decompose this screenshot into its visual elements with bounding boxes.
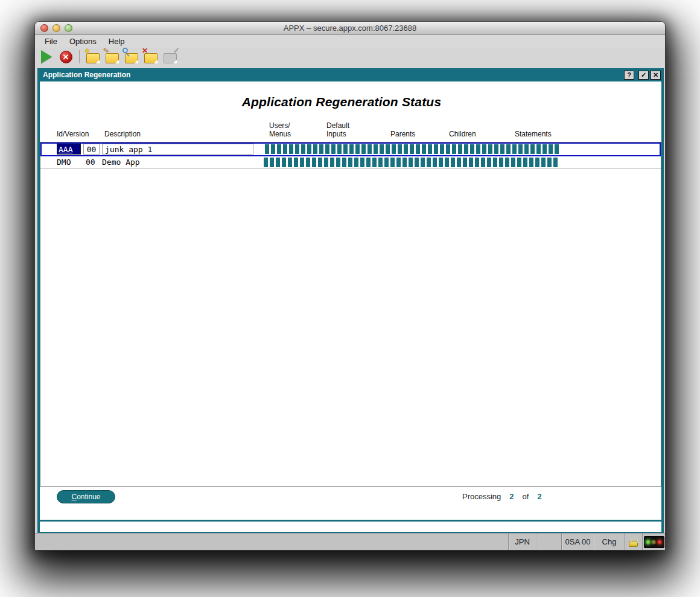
statusbar-led-cell [642,534,665,550]
zoom-window-icon[interactable] [65,24,72,32]
new-record-button[interactable]: ✶ [85,49,101,64]
magnifier-icon [122,48,128,53]
window-title: APPX – secure.appx.com:8067:23688 [35,24,665,33]
statusbar: JPN 0SA 00 Chg [35,533,665,550]
edit-record-button[interactable]: ✎ [104,49,120,64]
connection-indicator [644,536,664,548]
processing-label: Processing [462,492,501,501]
version-field[interactable]: 00 [83,144,100,155]
version-cell: 00 [86,158,95,167]
column-headers: Id/Version Description Users/Menus Defau… [40,117,661,141]
save-record-button-disabled: ✓ [162,49,178,64]
delete-record-button[interactable]: ✕ [143,49,159,64]
appx-titlebar-buttons: ? ✓ ✕ [624,71,661,80]
toolbar-separator [79,50,80,63]
statusbar-empty-cell [536,534,561,550]
appx-panel-titlebar: Application Regeneration ? ✓ ✕ [37,68,664,81]
cancel-button[interactable]: ✕ [58,49,74,64]
menu-options[interactable]: Options [65,36,101,47]
traffic-lights [40,24,72,32]
window-titlebar[interactable]: APPX – secure.appx.com:8067:23688 [35,22,665,35]
statusbar-lock-cell [624,534,642,550]
statusbar-language: JPN [508,534,536,550]
menu-file[interactable]: File [40,36,62,47]
record-list: AAA 00 junk app 1 DMO 00 Demo App [40,142,661,487]
desktop: APPX – secure.appx.com:8067:23688 File O… [0,0,700,597]
menu-help[interactable]: Help [104,36,130,47]
statusbar-session: 0SA 00 [561,534,594,550]
appx-content: Application Regeneration Status Id/Versi… [40,81,661,532]
close-button[interactable]: ✕ [651,71,661,80]
appx-panel-frame: Application Regeneration ? ✓ ✕ Applicati… [37,68,664,534]
delete-x-icon: ✕ [142,47,148,54]
col-header-description: Description [104,130,141,138]
col-header-id-version: Id/Version [57,130,89,138]
description-cell: Demo App [102,158,140,167]
id-cell: DMO [57,158,71,167]
play-icon [41,50,52,63]
find-record-button[interactable] [124,49,139,64]
new-sparkle-icon: ✶ [84,47,91,55]
col-header-users-menus: Users/Menus [269,121,291,138]
continue-button[interactable]: Continue [57,490,115,503]
col-header-statements: Statements [515,130,552,138]
run-button[interactable] [39,49,54,64]
processing-total: 2 [537,492,541,501]
table-row-selected[interactable]: AAA 00 junk app 1 [40,142,661,156]
menubar: File Options Help [35,35,665,48]
col-header-default-inputs: DefaultInputs [326,121,349,138]
toolbar: ✕ ✶ ✎ ✕ ✓ [35,48,665,66]
progress-bar [264,158,558,167]
statusbar-message-area [35,534,508,550]
cancel-icon: ✕ [60,51,72,63]
help-button[interactable]: ? [624,71,634,80]
led-red-icon [657,540,662,544]
check-icon: ✓ [173,46,180,54]
pencil-icon: ✎ [103,46,110,55]
app-window: APPX – secure.appx.com:8067:23688 File O… [34,21,666,551]
appx-panel-title: Application Regeneration [43,71,624,79]
led-green-icon [646,540,651,544]
minimize-window-icon[interactable] [52,24,60,32]
footer-separator [40,520,661,522]
processing-of-label: of [523,492,529,501]
close-window-icon[interactable] [40,24,48,32]
ok-button[interactable]: ✓ [638,71,649,80]
statusbar-mode: Chg [594,534,624,550]
col-header-parents: Parents [390,130,415,138]
lock-icon [629,541,638,547]
col-header-children: Children [449,130,476,138]
id-field[interactable]: AAA [57,144,81,155]
progress-bar [265,144,559,154]
processing-current: 2 [509,492,514,501]
led-dim-icon [651,540,656,544]
table-row[interactable]: DMO 00 Demo App [40,156,661,169]
page-title: Application Regeneration Status [40,95,643,109]
description-field[interactable]: junk app 1 [102,144,253,155]
processing-status: Processing 2 of 2 [462,492,542,501]
